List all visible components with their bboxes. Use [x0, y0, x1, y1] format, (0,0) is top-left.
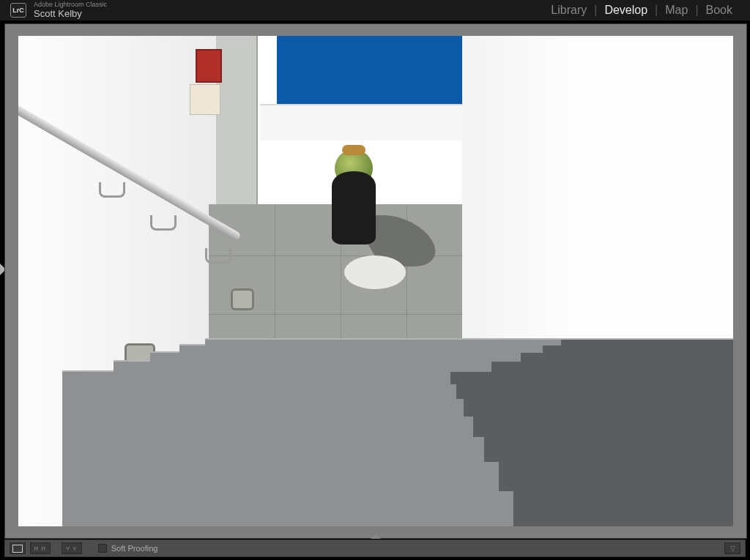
photo-region — [190, 84, 220, 115]
module-picker: Library | Develop | Map | Book — [543, 4, 740, 17]
title-block: Adobe Lightroom Classic Scott Kelby — [34, 1, 107, 19]
photo-region — [62, 336, 733, 526]
toolbar-separator: · — [55, 545, 57, 553]
soft-proofing-checkbox[interactable] — [98, 544, 107, 553]
toolbar-options-button[interactable]: ▽ — [724, 542, 740, 554]
user-name: Scott Kelby — [34, 9, 107, 19]
photo-region — [332, 171, 376, 244]
module-book[interactable]: Book — [699, 4, 740, 17]
filmstrip-toggle-icon[interactable] — [371, 534, 381, 539]
photo-region — [231, 288, 254, 310]
photo-region — [332, 149, 376, 244]
photo-region — [277, 36, 462, 105]
soft-proofing-label: Soft Proofing — [111, 544, 158, 553]
photo-preview — [18, 36, 733, 526]
photo-region — [344, 255, 406, 289]
photo-region — [209, 255, 480, 256]
photo-region — [342, 145, 365, 155]
photo-region — [209, 314, 480, 315]
photo-region — [196, 49, 222, 83]
photo-region — [260, 104, 465, 141]
before-after-tb-button[interactable]: Y Y — [62, 542, 82, 554]
develop-toolbar: R R · Y Y Soft Proofing ▽ — [4, 540, 746, 557]
module-library[interactable]: Library — [543, 4, 594, 17]
module-map[interactable]: Map — [658, 4, 695, 17]
loupe-view-button[interactable] — [10, 542, 26, 554]
loupe-icon — [12, 545, 23, 553]
image-canvas[interactable] — [4, 23, 747, 539]
app-logo-icon: LrC — [10, 3, 26, 18]
before-after-lr-button[interactable]: R R — [30, 542, 51, 554]
app-header: LrC Adobe Lightroom Classic Scott Kelby … — [0, 0, 750, 20]
module-develop[interactable]: Develop — [597, 4, 655, 17]
